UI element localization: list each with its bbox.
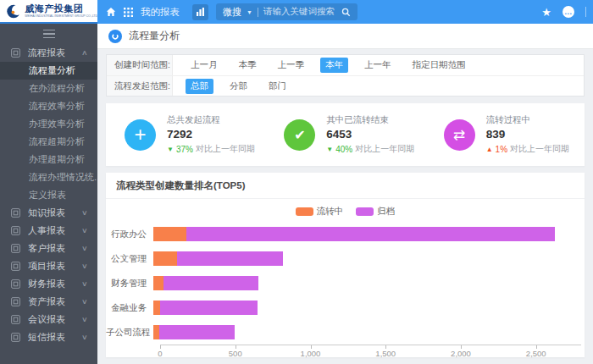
stat-compare-text: 对比上一年同期 — [196, 143, 255, 155]
bar-segment-归档[interactable] — [163, 276, 258, 290]
sidebar-group-短信报表[interactable]: 短信报表∨ — [0, 328, 97, 346]
logo-subtitle: WEIHAI INDUSTRIAL INVESTMENT GROUP CO.,L… — [25, 15, 97, 19]
sidebar-group-会议报表[interactable]: 会议报表∨ — [0, 311, 97, 328]
sidebar-group-label: 短信报表 — [28, 331, 65, 344]
filter-option-总部[interactable]: 总部 — [186, 79, 213, 94]
filter-option-上一月[interactable]: 上一月 — [186, 58, 223, 73]
legend-item-归档[interactable]: 归档 — [356, 206, 395, 218]
chevron-down-icon: ∨ — [81, 209, 88, 217]
sidebar-item-label: 流程超期分析 — [29, 135, 85, 148]
bar-segment-归档[interactable] — [186, 227, 555, 241]
sidebar-group-label: 人事报表 — [28, 224, 65, 237]
bar-segment-归档[interactable] — [160, 301, 258, 315]
trend-up-icon: ▲ — [486, 146, 493, 153]
chart-row-金融业务: 金融业务 — [106, 295, 585, 320]
sidebar-group-label: 客户报表 — [28, 242, 65, 255]
sidebar-item-label: 流程量分析 — [29, 64, 75, 77]
sidebar-item-办理效率分析[interactable]: 办理效率分析 — [0, 115, 97, 133]
stat-label: 流转过程中 — [486, 114, 569, 126]
page-header: 流程量分析 — [97, 24, 593, 49]
sidebar-item-流程超期分析[interactable]: 流程超期分析 — [0, 133, 97, 151]
more-options-icon[interactable]: ... — [563, 6, 574, 18]
legend-swatch — [296, 207, 313, 216]
chevron-down-icon: ∨ — [81, 334, 88, 341]
sidebar-menu: 流程报表∧流程量分析在办流程分析流程效率分析办理效率分析流程超期分析办理超期分析… — [0, 44, 97, 346]
bar-segment-流转中[interactable] — [153, 276, 163, 290]
sidebar-item-流程量分析[interactable]: 流程量分析 — [0, 62, 97, 80]
sidebar-item-定义报表[interactable]: 定义报表 — [0, 186, 97, 204]
bar-segment-归档[interactable] — [159, 325, 235, 339]
chevron-down-icon: ▼ — [247, 9, 252, 15]
chevron-down-icon: ∨ — [81, 298, 88, 306]
refresh-icon: ⇄ — [444, 119, 475, 151]
sidebar-item-流程效率分析[interactable]: 流程效率分析 — [0, 97, 97, 115]
topbar-right-icons: ★ ... — [541, 6, 586, 19]
sidebar-group-流程报表[interactable]: 流程报表∧ — [0, 44, 97, 62]
sidebar-group-人事报表[interactable]: 人事报表∨ — [0, 222, 97, 240]
stat-info: 其中已流转结束6453▼40%对比上一年同期 — [326, 114, 414, 155]
favorite-star-icon[interactable]: ★ — [541, 6, 551, 19]
stat-compare-text: 对比上一年同期 — [355, 143, 414, 155]
bar-segment-流转中[interactable] — [153, 227, 186, 241]
my-reports-link[interactable]: 我的报表 — [141, 6, 180, 19]
check-icon: ✔ — [284, 119, 315, 151]
sidebar-group-客户报表[interactable]: 客户报表∨ — [0, 240, 97, 257]
sidebar-item-流程办理情况统...[interactable]: 流程办理情况统... — [0, 168, 97, 186]
filter-option-部门[interactable]: 部门 — [263, 79, 291, 94]
filter-panel: 创建时间范围:上一月本季上一季本年上一年指定日期范围流程发起范围:总部分部部门 — [106, 54, 585, 97]
page-title-icon — [108, 30, 122, 43]
sidebar-item-在办流程分析[interactable]: 在办流程分析 — [0, 80, 97, 97]
sidebar-group-资产报表[interactable]: 资产报表∨ — [0, 293, 97, 311]
bar-segment-流转中[interactable] — [153, 251, 177, 266]
filter-option-上一年[interactable]: 上一年 — [359, 58, 396, 73]
top-nav: 我的报表 微搜 ▼ 请输入关键词搜索 ★ ... — [97, 0, 593, 24]
search-input[interactable]: 微搜 ▼ 请输入关键词搜索 — [216, 3, 357, 20]
filter-label: 创建时间范围: — [107, 55, 173, 75]
filter-option-分部[interactable]: 分部 — [224, 79, 252, 94]
stat-info: 流转过程中839▲1%对比上一年同期 — [486, 114, 569, 155]
axis-tick-label: 2,000 — [451, 349, 471, 358]
stat-card-流转过程中: ⇄流转过程中839▲1%对比上一年同期 — [425, 114, 585, 155]
bar-segment-流转中[interactable] — [153, 325, 159, 339]
bar-segment-流转中[interactable] — [153, 301, 160, 315]
legend-swatch — [356, 207, 374, 216]
home-icon[interactable] — [106, 7, 116, 17]
report-folder-icon — [11, 315, 20, 324]
filter-option-本季[interactable]: 本季 — [234, 58, 262, 73]
reports-app-icon[interactable] — [192, 4, 208, 20]
sidebar-collapse-icon[interactable] — [0, 24, 97, 44]
chart-title: 流程类型创建数量排名(TOP5) — [106, 173, 585, 199]
category-label: 子公司流程 — [106, 327, 153, 339]
sidebar-group-知识报表[interactable]: 知识报表∨ — [0, 204, 97, 222]
report-folder-icon — [11, 297, 20, 306]
filter-option-本年[interactable]: 本年 — [320, 58, 348, 73]
sidebar-item-label: 在办流程分析 — [29, 82, 85, 95]
chevron-down-icon: ∨ — [81, 227, 88, 234]
sidebar-item-label: 办理效率分析 — [29, 118, 85, 130]
chart-row-财务管理: 财务管理 — [106, 271, 585, 295]
chart-plot: 行政办公公文管理财务管理金融业务子公司流程 — [106, 222, 585, 345]
legend-item-流转中[interactable]: 流转中 — [296, 206, 344, 218]
stacked-bar-金融业务 — [153, 301, 258, 315]
logo[interactable]: 威海产投集团 WEIHAI INDUSTRIAL INVESTMENT GROU… — [0, 0, 97, 24]
filter-option-上一季[interactable]: 上一季 — [273, 58, 310, 73]
sidebar-group-label: 会议报表 — [28, 313, 65, 326]
sidebar-group-项目报表[interactable]: 项目报表∨ — [0, 257, 97, 275]
stat-delta: ▼40%对比上一年同期 — [326, 143, 414, 155]
trend-down-icon: ▼ — [167, 146, 174, 153]
filter-option-指定日期范围[interactable]: 指定日期范围 — [407, 58, 471, 73]
stacked-bar-行政办公 — [153, 227, 555, 241]
sidebar-group-财务报表[interactable]: 财务报表∨ — [0, 275, 97, 293]
filter-options: 总部分部部门 — [173, 76, 291, 96]
stats-panel: +总共发起流程7292▼37%对比上一年同期✔其中已流转结束6453▼40%对比… — [106, 103, 585, 166]
apps-grid-icon[interactable] — [124, 8, 133, 17]
search-icon[interactable] — [341, 8, 351, 17]
stat-delta: ▲1%对比上一年同期 — [486, 143, 569, 155]
search-scope-dropdown[interactable]: 微搜 — [223, 6, 241, 19]
bar-segment-归档[interactable] — [177, 251, 282, 266]
stacked-bar-财务管理 — [153, 276, 258, 290]
chart-legend: 流转中归档 — [106, 199, 585, 222]
logo-icon — [6, 3, 21, 19]
sidebar-item-办理超期分析[interactable]: 办理超期分析 — [0, 151, 97, 168]
axis-tick-label: 500 — [229, 349, 242, 358]
